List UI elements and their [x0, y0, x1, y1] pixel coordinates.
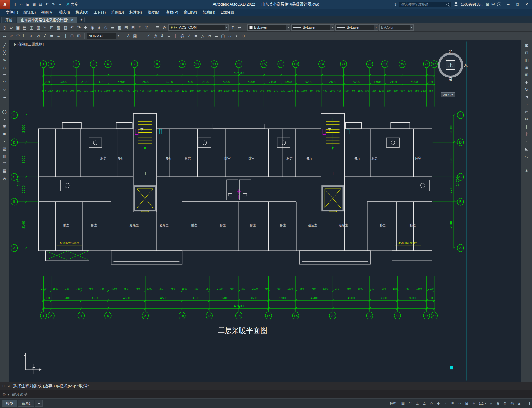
layer-previous-icon[interactable]: ↩	[236, 24, 243, 31]
menu-item[interactable]: 帮助(H)	[200, 9, 218, 16]
oblique-icon[interactable]: ∕	[186, 33, 192, 39]
isodraft-icon[interactable]: ◇	[428, 400, 435, 407]
clean-screen-button[interactable]	[525, 402, 530, 405]
calculator-icon[interactable]: ⌗	[136, 24, 143, 31]
text-scale-icon[interactable]: ⇕	[159, 33, 165, 39]
align-text-icon[interactable]: ≣	[193, 33, 199, 39]
copy-clip-icon[interactable]: ⊡	[49, 24, 55, 31]
extend-icon[interactable]: ↦	[523, 116, 530, 123]
layout-tab[interactable]: 布局1	[18, 400, 34, 407]
tolerance-icon[interactable]: ⊞	[76, 33, 82, 39]
close-button[interactable]: ✕	[522, 0, 531, 9]
search-icon[interactable]	[446, 3, 449, 6]
dynamic-input-icon[interactable]: ⌖	[471, 400, 477, 407]
menu-item[interactable]: 编辑(E)	[21, 9, 38, 16]
chevron-down-icon[interactable]: ▾	[225, 25, 228, 30]
spline-icon[interactable]: ≈	[1, 101, 8, 108]
customize-icon[interactable]: ⚙	[2, 392, 6, 397]
circle-icon[interactable]: ○	[1, 86, 8, 93]
rectangle-icon[interactable]: ▭	[1, 71, 8, 78]
make-object-layer-current-icon[interactable]: ↥	[230, 24, 236, 31]
break-icon[interactable]: ∦	[523, 130, 530, 137]
point-icon[interactable]: ·	[1, 138, 8, 145]
mirror-icon[interactable]: ◫	[523, 57, 530, 64]
snap-mode-icon[interactable]: ∷	[407, 400, 413, 407]
sheet-set-icon[interactable]: ⊞	[130, 24, 136, 31]
wipeout-icon[interactable]: ▱	[206, 33, 213, 39]
annotation-visibility-icon[interactable]: △	[488, 400, 494, 407]
new-layout-button[interactable]: +	[35, 400, 43, 407]
measure-icon[interactable]: ⌖	[233, 33, 240, 39]
menu-item[interactable]: 工具(T)	[91, 9, 108, 16]
annotation-scale-button[interactable]: 1:1 ▾	[479, 402, 486, 405]
symbol-icon[interactable]: @	[179, 33, 186, 39]
menu-item[interactable]: Express	[218, 9, 237, 15]
cut-icon[interactable]: ✂	[42, 24, 48, 31]
move-icon[interactable]: ✚	[523, 79, 530, 86]
tab-start[interactable]: 开始	[1, 17, 16, 23]
tab-drawing[interactable]: 山东某小高层住宅采暖设计图* ✕	[17, 17, 77, 23]
array-icon[interactable]: ⊞	[523, 71, 530, 78]
plot-preview-icon[interactable]: ◫	[28, 24, 35, 31]
menu-item[interactable]: 视图(V)	[38, 9, 56, 16]
graphics-performance-icon[interactable]: ▲	[516, 400, 522, 407]
table-icon[interactable]: ▦	[1, 167, 8, 174]
arc-icon[interactable]: ◠	[1, 79, 8, 86]
properties-icon[interactable]: ☰	[109, 24, 116, 31]
find-replace-icon[interactable]: ◎	[152, 33, 159, 39]
grid-icon[interactable]: ▦	[400, 400, 406, 407]
multiline-text-icon[interactable]: A	[1, 175, 8, 182]
menu-item[interactable]: 窗口(W)	[181, 9, 200, 16]
construction-line-icon[interactable]: ╳	[1, 49, 8, 56]
navigation-compass[interactable]: 北 南 东 上	[436, 50, 465, 80]
make-block-icon[interactable]: ▣	[1, 130, 8, 137]
chevron-down-icon[interactable]: ▾	[374, 25, 378, 30]
table-icon[interactable]: ▦	[132, 33, 138, 39]
new-tab-button[interactable]: +	[79, 17, 85, 22]
dim-radius-icon[interactable]: ◐	[28, 33, 35, 39]
ortho-icon[interactable]: ⊥	[414, 400, 420, 407]
object-snap-icon[interactable]: ◆	[435, 400, 442, 407]
chevron-down-icon[interactable]: ▾	[330, 25, 334, 30]
annotation-icon[interactable]: △	[199, 33, 206, 39]
search-collapse-icon[interactable]: ❯	[394, 3, 396, 6]
menu-item[interactable]: 修改(M)	[145, 9, 163, 16]
close-tab-icon[interactable]: ✕	[71, 18, 73, 22]
save-as-icon[interactable]: ▩	[31, 1, 37, 8]
trim-icon[interactable]: ✂	[523, 108, 530, 115]
object-snap-tracking-icon[interactable]: ≍	[442, 400, 449, 407]
qnew-icon[interactable]: ▯	[1, 24, 8, 31]
autocad-logo[interactable]: A	[0, 0, 10, 9]
tool-palettes-icon[interactable]: ⊟	[123, 24, 129, 31]
plot-icon[interactable]: ▤	[37, 1, 44, 8]
workspace-gear-icon[interactable]: ⚙	[502, 400, 508, 407]
lineweight-combo[interactable]: ByLayer ▾	[335, 24, 378, 31]
layer-states-icon[interactable]: ⊙	[161, 24, 167, 31]
menu-item[interactable]: 绘图(D)	[108, 9, 127, 16]
search-input[interactable]: 键入关键字或短语	[399, 2, 451, 7]
menu-item[interactable]: 格式(O)	[73, 9, 91, 16]
dim-linear-icon[interactable]: ↔	[1, 33, 8, 39]
redo-icon[interactable]: ↷	[50, 1, 57, 8]
plot-icon[interactable]: ▤	[22, 24, 28, 31]
close-icon[interactable]: ✕	[7, 385, 10, 388]
explode-icon[interactable]: ✶	[523, 167, 530, 174]
model-tab[interactable]: 模型	[2, 400, 17, 407]
continue-dim-icon[interactable]: ∥	[62, 33, 69, 39]
model-space-button[interactable]: 模型	[390, 401, 397, 406]
text-style-combo[interactable]: NORMAL ▾	[87, 33, 120, 39]
command-input[interactable]: ⚙ ▸ 键入命令	[0, 390, 532, 398]
rotate-icon[interactable]: ↻	[523, 86, 530, 93]
user-id[interactable]: 1505999135...	[461, 2, 483, 6]
quick-dim-icon[interactable]: ≣	[49, 33, 55, 39]
gradient-icon[interactable]: ▥	[1, 153, 8, 160]
minimize-button[interactable]: –	[504, 0, 513, 9]
menu-item[interactable]: 参数(P)	[163, 9, 181, 16]
qsave-icon[interactable]: ▣	[15, 24, 21, 31]
ellipse-arc-icon[interactable]: ◗	[1, 116, 8, 123]
polygon-icon[interactable]: ⌂	[1, 64, 8, 71]
join-icon[interactable]: ≍	[523, 138, 530, 145]
menu-item[interactable]: 插入(I)	[56, 9, 73, 16]
drawing-canvas[interactable]: 1235679101113141517181921222325262747400…	[9, 40, 521, 382]
workspace-dropdown-icon[interactable]: ▾	[57, 1, 63, 8]
